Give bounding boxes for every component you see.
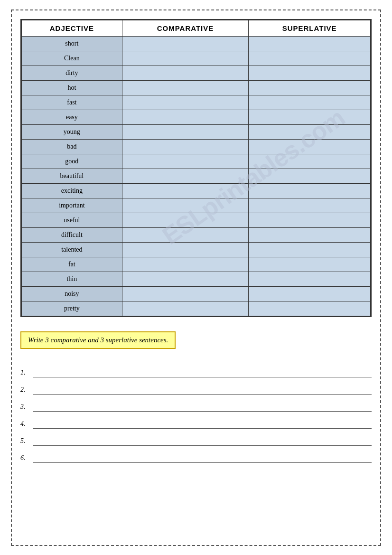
comparative-cell (122, 184, 249, 198)
adjective-cell: difficult (22, 228, 122, 243)
comparative-cell (122, 228, 249, 243)
superlative-cell (249, 95, 371, 110)
adjective-cell: pretty (22, 301, 122, 316)
table-row: beautiful (22, 169, 371, 184)
sentence-line: 1. (20, 368, 372, 377)
superlative-cell (249, 81, 371, 95)
adjective-cell: fat (22, 257, 122, 272)
header-comparative: COMPARATIVE (122, 20, 249, 37)
table-row: thin (22, 272, 371, 287)
superlative-cell (249, 184, 371, 198)
comparative-cell (122, 287, 249, 301)
comparative-cell (122, 66, 249, 81)
table-row: hot (22, 81, 371, 95)
superlative-cell (249, 213, 371, 228)
table-row: easy (22, 110, 371, 125)
adjective-cell: thin (22, 272, 122, 287)
comparative-cell (122, 140, 249, 154)
sentence-underline (33, 402, 372, 412)
superlative-cell (249, 51, 371, 66)
adjective-table: ADJECTIVE COMPARATIVE SUPERLATIVE shortC… (21, 20, 371, 316)
adjective-cell: useful (22, 213, 122, 228)
sentence-underline (33, 436, 372, 446)
table-row: fast (22, 95, 371, 110)
sentence-underline (33, 419, 372, 429)
comparative-cell (122, 125, 249, 140)
superlative-cell (249, 154, 371, 169)
comparative-cell (122, 169, 249, 184)
superlative-cell (249, 37, 371, 51)
header-adjective: ADJECTIVE (22, 20, 122, 37)
table-row: good (22, 154, 371, 169)
sentence-line: 5. (20, 436, 372, 446)
adjective-cell: easy (22, 110, 122, 125)
superlative-cell (249, 301, 371, 316)
superlative-cell (249, 257, 371, 272)
superlative-cell (249, 110, 371, 125)
table-row: useful (22, 213, 371, 228)
comparative-cell (122, 81, 249, 95)
table-row: dirty (22, 66, 371, 81)
table-row: fat (22, 257, 371, 272)
comparative-cell (122, 243, 249, 257)
table-row: young (22, 125, 371, 140)
comparative-cell (122, 272, 249, 287)
superlative-cell (249, 272, 371, 287)
adjective-table-wrapper: ADJECTIVE COMPARATIVE SUPERLATIVE shortC… (20, 19, 372, 317)
superlative-cell (249, 228, 371, 243)
sentence-line: 6. (20, 453, 372, 463)
adjective-cell: Clean (22, 51, 122, 66)
sentence-number: 3. (20, 403, 30, 412)
comparative-cell (122, 257, 249, 272)
superlative-cell (249, 169, 371, 184)
table-row: short (22, 37, 371, 51)
adjective-cell: bad (22, 140, 122, 154)
page-wrapper: ESLprintables.com ADJECTIVE COMPARATIVE … (11, 9, 381, 546)
superlative-cell (249, 125, 371, 140)
table-row: talented (22, 243, 371, 257)
table-row: difficult (22, 228, 371, 243)
adjective-cell: young (22, 125, 122, 140)
adjective-cell: noisy (22, 287, 122, 301)
adjective-cell: good (22, 154, 122, 169)
adjective-cell: important (22, 198, 122, 213)
sentence-number: 4. (20, 420, 30, 429)
sentences-section: 1.2.3.4.5.6. (20, 368, 372, 463)
comparative-cell (122, 51, 249, 66)
table-row: noisy (22, 287, 371, 301)
sentence-underline (33, 385, 372, 395)
adjective-cell: fast (22, 95, 122, 110)
sentence-underline (33, 453, 372, 463)
superlative-cell (249, 198, 371, 213)
sentence-number: 1. (20, 369, 30, 377)
header-superlative: SUPERLATIVE (249, 20, 371, 37)
sentence-number: 5. (20, 437, 30, 446)
adjective-cell: beautiful (22, 169, 122, 184)
adjective-cell: talented (22, 243, 122, 257)
comparative-cell (122, 37, 249, 51)
comparative-cell (122, 110, 249, 125)
table-row: bad (22, 140, 371, 154)
table-row: pretty (22, 301, 371, 316)
sentence-number: 2. (20, 386, 30, 395)
comparative-cell (122, 198, 249, 213)
sentence-line: 2. (20, 385, 372, 395)
adjective-cell: exciting (22, 184, 122, 198)
table-row: exciting (22, 184, 371, 198)
sentence-line: 4. (20, 419, 372, 429)
adjective-cell: short (22, 37, 122, 51)
superlative-cell (249, 140, 371, 154)
sentence-underline (33, 368, 372, 377)
comparative-cell (122, 95, 249, 110)
comparative-cell (122, 301, 249, 316)
adjective-cell: dirty (22, 66, 122, 81)
superlative-cell (249, 66, 371, 81)
adjective-cell: hot (22, 81, 122, 95)
superlative-cell (249, 243, 371, 257)
comparative-cell (122, 213, 249, 228)
comparative-cell (122, 154, 249, 169)
sentence-line: 3. (20, 402, 372, 412)
superlative-cell (249, 287, 371, 301)
table-row: Clean (22, 51, 371, 66)
sentence-number: 6. (20, 454, 30, 463)
